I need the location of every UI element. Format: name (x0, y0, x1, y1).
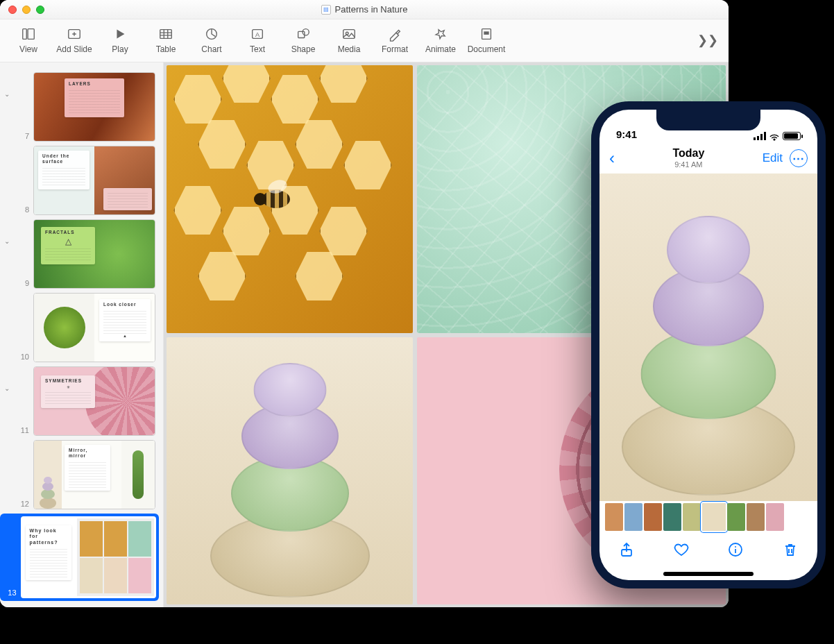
status-time: 9:41 (616, 128, 637, 140)
toolbar-chart-button[interactable]: Chart (190, 21, 233, 60)
slide-number: 10 (17, 353, 29, 362)
slide-thumb-13[interactable]: 13 Why look for patterns? (0, 514, 159, 601)
text-icon: A (248, 26, 266, 42)
photos-subtitle: 9:41 AM (672, 160, 704, 169)
thumb-mini[interactable] (644, 503, 662, 531)
toolbar-play-button[interactable]: Play (99, 21, 142, 60)
toolbar-shape-button[interactable]: Shape (282, 21, 325, 60)
iphone-device: 9:41 ‹ Today 9:41 AM Edit ⋯ (591, 101, 826, 588)
battery-icon (783, 132, 801, 140)
toolbar-play-label: Play (112, 44, 128, 54)
toolbar-text-button[interactable]: A Text (236, 21, 279, 60)
toolbar-media-button[interactable]: Media (327, 21, 371, 60)
favorite-button[interactable] (667, 539, 695, 560)
toolbar: View Add Slide Play Table Chart (0, 19, 729, 62)
toolbar-text-label: Text (250, 44, 265, 54)
thumb-mini[interactable] (727, 503, 745, 531)
svg-marker-5 (117, 29, 124, 38)
slide-thumb-12[interactable]: 12 Mirror, m (0, 440, 159, 509)
toolbar-view-label: View (19, 44, 37, 54)
delete-button[interactable] (776, 539, 804, 560)
svg-rect-1 (28, 28, 34, 39)
window-traffic-lights (8, 6, 44, 14)
disclosure-icon[interactable]: ⌄ (4, 90, 14, 98)
toolbar-add-slide-label: Add Slide (56, 44, 92, 54)
disclosure-icon[interactable]: ⌄ (4, 384, 14, 392)
photos-nav-bar: ‹ Today 9:41 AM Edit ⋯ (599, 143, 817, 173)
animate-icon (432, 26, 450, 42)
window-close-button[interactable] (8, 6, 17, 14)
add-slide-icon (65, 26, 83, 42)
info-button[interactable] (722, 539, 749, 560)
canvas-image-urchins[interactable] (167, 337, 413, 605)
slide-number: 8 (17, 205, 29, 215)
window-title-text: Patterns in Nature (335, 4, 408, 15)
play-icon (111, 26, 129, 42)
toolbar-view-button[interactable]: View (7, 21, 50, 60)
thumb-mini[interactable] (683, 503, 701, 531)
view-icon (19, 26, 37, 42)
svg-rect-6 (160, 29, 172, 38)
thumb-mini[interactable] (766, 503, 784, 531)
table-icon (157, 26, 175, 42)
slide-number: 12 (17, 500, 29, 509)
toolbar-format-label: Format (382, 44, 408, 54)
slide-thumb-11[interactable]: ⌄ 11 SYMMETRIES ✳ (0, 366, 159, 436)
thumb-mini-selected[interactable] (702, 503, 726, 531)
window-title: ▤ Patterns in Nature (0, 4, 729, 15)
toolbar-table-label: Table (156, 44, 176, 54)
toolbar-media-label: Media (338, 44, 361, 54)
disclosure-icon[interactable]: ⌄ (4, 237, 14, 245)
toolbar-table-button[interactable]: Table (144, 21, 187, 60)
svg-text:A: A (255, 31, 260, 37)
slide-thumb-10[interactable]: 10 Look closer ▲ (0, 293, 159, 362)
chart-icon (203, 26, 221, 42)
home-indicator[interactable] (663, 572, 754, 576)
slide-navigator[interactable]: ⌄ 7 LAYERS 8 U (0, 62, 164, 607)
toolbar-document-button[interactable]: Document (465, 21, 508, 60)
photos-main-image[interactable] (599, 173, 817, 501)
toolbar-format-button[interactable]: Format (373, 21, 416, 60)
document-icon (477, 26, 495, 42)
more-button[interactable]: ⋯ (790, 149, 808, 167)
toolbar-shape-label: Shape (291, 44, 316, 54)
media-icon (340, 26, 358, 42)
thumb-mini[interactable] (747, 503, 765, 531)
svg-rect-0 (23, 28, 27, 39)
svg-point-15 (303, 28, 309, 35)
thumb-mini[interactable] (624, 503, 642, 531)
svg-rect-19 (484, 31, 488, 35)
thumb-mini[interactable] (663, 503, 681, 531)
toolbar-animate-label: Animate (425, 44, 456, 54)
format-icon (386, 26, 404, 42)
thumb-mini[interactable] (605, 503, 623, 531)
slide-thumb-8[interactable]: 8 Under the surface (0, 146, 159, 215)
wifi-icon (769, 132, 780, 140)
photos-toolbar (599, 533, 817, 572)
toolbar-overflow-button[interactable]: ❯❯ (694, 33, 722, 48)
canvas-image-honeycomb[interactable] (167, 65, 413, 333)
edit-button[interactable]: Edit (763, 151, 783, 165)
window-titlebar: ▤ Patterns in Nature (0, 0, 729, 19)
slide-number: 7 (17, 132, 29, 142)
slide-number: 9 (17, 279, 29, 289)
svg-point-23 (735, 546, 736, 548)
photos-thumbnail-strip[interactable] (599, 501, 817, 533)
toolbar-chart-label: Chart (201, 44, 221, 54)
shape-icon (294, 26, 312, 42)
photos-title: Today (672, 147, 704, 160)
signal-icon (754, 132, 766, 140)
toolbar-animate-button[interactable]: Animate (419, 21, 462, 60)
window-minimize-button[interactable] (22, 6, 31, 14)
back-button[interactable]: ‹ (609, 150, 615, 167)
window-zoom-button[interactable] (36, 6, 44, 14)
slide-thumb-9[interactable]: ⌄ 9 FRACTALS △ (0, 219, 159, 289)
slide-thumb-7[interactable]: ⌄ 7 LAYERS (0, 72, 159, 142)
document-icon: ▤ (321, 5, 331, 15)
iphone-notch (656, 110, 760, 130)
slide-number: 11 (17, 426, 29, 436)
toolbar-add-slide-button[interactable]: Add Slide (53, 21, 96, 60)
share-button[interactable] (613, 539, 640, 560)
iphone-screen: 9:41 ‹ Today 9:41 AM Edit ⋯ (599, 110, 817, 580)
toolbar-document-label: Document (468, 44, 506, 54)
